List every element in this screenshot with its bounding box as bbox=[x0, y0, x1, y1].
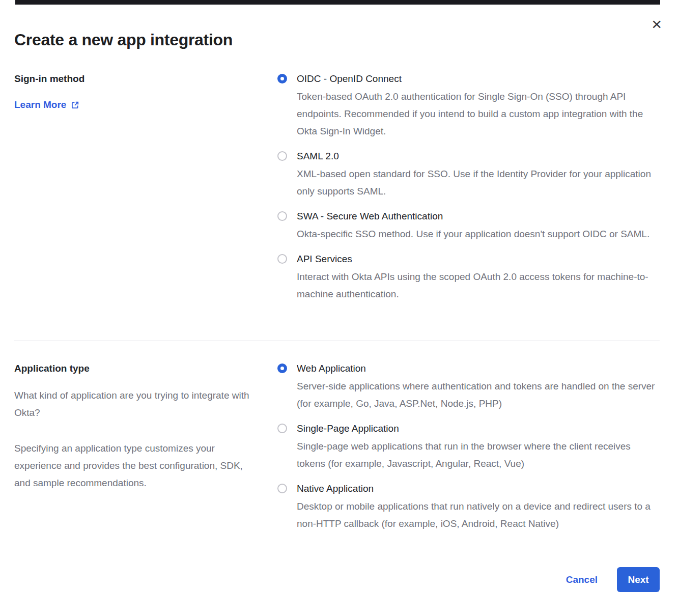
learn-more-label: Learn More bbox=[14, 99, 66, 110]
create-app-integration-dialog: × Create a new app integration Sign-in m… bbox=[0, 0, 678, 615]
option-label[interactable]: Native Application bbox=[297, 482, 659, 496]
radio-button[interactable] bbox=[277, 254, 287, 264]
option-label[interactable]: OIDC - OpenID Connect bbox=[297, 72, 659, 86]
radio-option-api-services[interactable]: API Services Interact with Okta APIs usi… bbox=[277, 252, 660, 303]
signin-method-label: Sign-in method bbox=[14, 72, 277, 86]
radio-button[interactable] bbox=[277, 151, 287, 161]
application-type-options: Web Application Server-side applications… bbox=[277, 361, 660, 542]
option-description: Server-side applications where authentic… bbox=[297, 378, 659, 412]
application-type-question: What kind of application are you trying … bbox=[14, 387, 259, 422]
external-link-icon bbox=[71, 101, 79, 109]
close-icon[interactable]: × bbox=[652, 15, 662, 33]
radio-button[interactable] bbox=[277, 74, 287, 83]
application-type-left-column: Application type What kind of applicatio… bbox=[14, 361, 277, 492]
signin-method-section: Sign-in method Learn More OIDC - OpenID … bbox=[14, 72, 660, 312]
radio-option-oidc[interactable]: OIDC - OpenID Connect Token-based OAuth … bbox=[277, 72, 660, 140]
radio-option-saml[interactable]: SAML 2.0 XML-based open standard for SSO… bbox=[277, 149, 660, 200]
signin-method-options: OIDC - OpenID Connect Token-based OAuth … bbox=[277, 72, 660, 312]
radio-option-swa[interactable]: SWA - Secure Web Authentication Okta-spe… bbox=[277, 209, 660, 243]
option-description: Single-page web applications that run in… bbox=[297, 438, 659, 472]
option-label[interactable]: API Services bbox=[297, 252, 659, 266]
section-divider bbox=[14, 341, 660, 341]
application-type-section: Application type What kind of applicatio… bbox=[14, 361, 660, 542]
option-description: Token-based OAuth 2.0 authentication for… bbox=[297, 88, 659, 140]
radio-button[interactable] bbox=[277, 363, 287, 373]
option-label[interactable]: Web Application bbox=[297, 361, 659, 376]
radio-button[interactable] bbox=[277, 211, 287, 221]
radio-button[interactable] bbox=[277, 484, 287, 493]
dialog-footer: Cancel Next bbox=[14, 567, 660, 615]
radio-option-single-page-application[interactable]: Single-Page Application Single-page web … bbox=[277, 422, 660, 472]
learn-more-link[interactable]: Learn More bbox=[14, 99, 79, 110]
page-title: Create a new app integration bbox=[14, 31, 660, 49]
option-label[interactable]: Single-Page Application bbox=[297, 422, 659, 436]
radio-option-native-application[interactable]: Native Application Desktop or mobile app… bbox=[277, 482, 660, 533]
option-description: XML-based open standard for SSO. Use if … bbox=[297, 165, 659, 200]
option-description: Okta-specific SSO method. Use if your ap… bbox=[297, 226, 649, 243]
cancel-button[interactable]: Cancel bbox=[566, 574, 598, 585]
next-button[interactable]: Next bbox=[617, 567, 660, 592]
option-description: Desktop or mobile applications that run … bbox=[297, 498, 659, 533]
option-label[interactable]: SWA - Secure Web Authentication bbox=[297, 209, 649, 223]
radio-button[interactable] bbox=[277, 424, 287, 433]
signin-method-left-column: Sign-in method Learn More bbox=[14, 72, 277, 110]
application-type-explanation: Specifying an application type customize… bbox=[14, 440, 259, 492]
option-description: Interact with Okta APIs using the scoped… bbox=[297, 268, 659, 303]
radio-option-web-application[interactable]: Web Application Server-side applications… bbox=[277, 361, 660, 412]
option-label[interactable]: SAML 2.0 bbox=[297, 149, 659, 163]
application-type-label: Application type bbox=[14, 361, 277, 376]
